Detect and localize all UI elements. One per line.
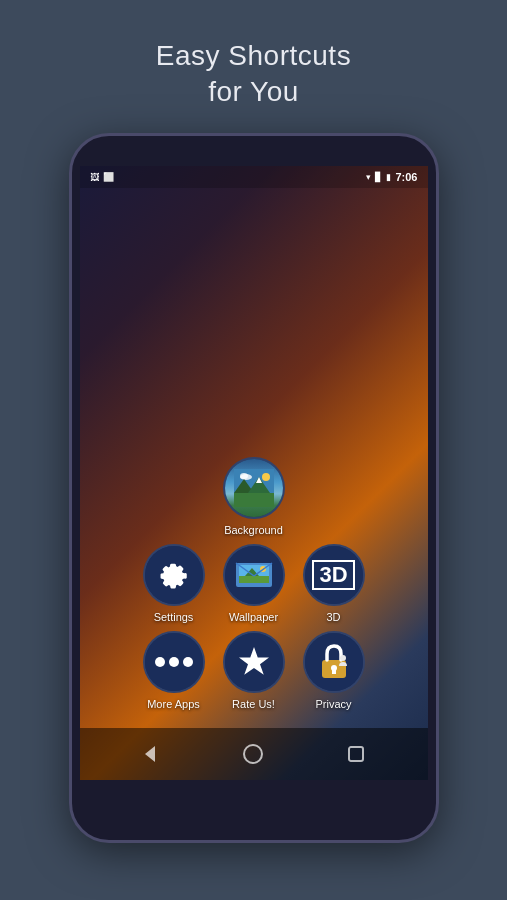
svg-rect-18 <box>332 669 336 674</box>
wallpaper-icon-circle <box>223 544 285 606</box>
3d-badge: 3D <box>312 560 354 590</box>
app-row-1: Settings <box>143 544 365 623</box>
phone-screen: 🖼 ⬜ ▾ ▊ ▮ 7:06 <box>80 166 428 780</box>
nav-home-button[interactable] <box>237 738 269 770</box>
svg-rect-22 <box>349 747 363 761</box>
gear-svg <box>157 558 191 592</box>
svg-point-19 <box>340 655 346 661</box>
signal-icon: ▊ <box>375 172 382 182</box>
privacy-icon <box>305 633 363 691</box>
privacy-svg <box>317 642 351 682</box>
back-icon <box>141 744 161 764</box>
settings-icon-circle <box>143 544 205 606</box>
wallpaper-svg <box>235 560 273 590</box>
header: Easy Shortcuts for You <box>156 0 351 111</box>
battery-icon: ▮ <box>386 172 391 182</box>
moreapps-icon <box>145 633 203 691</box>
app-item-3d[interactable]: 3D 3D <box>303 544 365 623</box>
settings-label: Settings <box>154 611 194 623</box>
android-status-icon: ⬜ <box>103 172 114 182</box>
nav-back-button[interactable] <box>135 738 167 770</box>
wallpaper-label: Wallpaper <box>229 611 278 623</box>
app-row-2: More Apps Rate Us! <box>143 631 365 710</box>
app-item-settings[interactable]: Settings <box>143 544 205 623</box>
header-line2: for You <box>208 76 299 107</box>
header-line1: Easy Shortcuts <box>156 40 351 71</box>
svg-rect-10 <box>239 576 269 583</box>
app-grid-area: Background <box>80 447 428 720</box>
wifi-icon: ▾ <box>366 172 371 182</box>
phone-shell: 🖼 ⬜ ▾ ▊ ▮ 7:06 <box>69 133 439 843</box>
3d-icon: 3D <box>305 546 363 604</box>
svg-point-21 <box>244 745 262 763</box>
svg-point-7 <box>262 473 270 481</box>
dot-3 <box>183 657 193 667</box>
app-item-rateus[interactable]: Rate Us! <box>223 631 285 710</box>
privacy-icon-circle <box>303 631 365 693</box>
phone-container: 🖼 ⬜ ▾ ▊ ▮ 7:06 <box>69 133 439 843</box>
app-item-wallpaper[interactable]: Wallpaper <box>223 544 285 623</box>
privacy-label: Privacy <box>315 698 351 710</box>
background-icon <box>225 459 283 517</box>
nav-recents-button[interactable] <box>340 738 372 770</box>
dot-2 <box>169 657 179 667</box>
star-svg <box>236 644 272 680</box>
status-time: 7:06 <box>395 171 417 183</box>
photo-status-icon: 🖼 <box>90 172 99 182</box>
app-item-background[interactable]: Background <box>223 457 285 536</box>
background-icon-circle <box>223 457 285 519</box>
3d-icon-circle: 3D <box>303 544 365 606</box>
app-item-privacy[interactable]: Privacy <box>303 631 365 710</box>
status-bar: 🖼 ⬜ ▾ ▊ ▮ 7:06 <box>80 166 428 188</box>
svg-point-2 <box>240 473 248 479</box>
svg-marker-15 <box>239 647 269 675</box>
3d-label: 3D <box>326 611 340 623</box>
background-label: Background <box>224 524 283 536</box>
moreapps-icon-circle <box>143 631 205 693</box>
dot-1 <box>155 657 165 667</box>
nav-bar <box>80 728 428 780</box>
app-row-0: Background <box>223 457 285 536</box>
background-svg <box>234 469 274 507</box>
status-left: 🖼 ⬜ <box>90 172 114 182</box>
svg-marker-20 <box>145 746 155 762</box>
home-icon <box>242 743 264 765</box>
status-right: ▾ ▊ ▮ 7:06 <box>366 171 417 183</box>
app-item-moreapps[interactable]: More Apps <box>143 631 205 710</box>
wallpaper-icon <box>225 546 283 604</box>
rateus-label: Rate Us! <box>232 698 275 710</box>
moreapps-label: More Apps <box>147 698 200 710</box>
svg-rect-3 <box>234 493 274 507</box>
recents-icon <box>347 745 365 763</box>
rateus-icon-circle <box>223 631 285 693</box>
rateus-icon <box>225 633 283 691</box>
settings-icon <box>145 546 203 604</box>
